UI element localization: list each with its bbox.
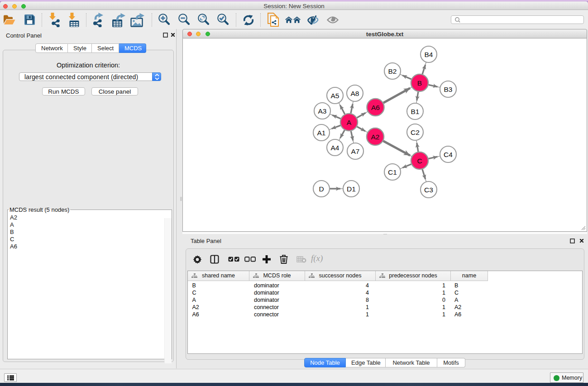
svg-text:D1: D1 xyxy=(347,185,356,193)
svg-text:A3: A3 xyxy=(318,107,327,115)
svg-text:A2: A2 xyxy=(371,133,380,141)
svg-text:C2: C2 xyxy=(411,129,420,136)
svg-text:C3: C3 xyxy=(424,186,433,194)
svg-text:A1: A1 xyxy=(317,129,326,137)
svg-text:B4: B4 xyxy=(425,51,433,58)
svg-text:B2: B2 xyxy=(388,67,397,75)
svg-text:A8: A8 xyxy=(351,90,359,97)
svg-text:B: B xyxy=(417,79,422,87)
svg-text:A4: A4 xyxy=(331,144,339,152)
svg-text:B1: B1 xyxy=(411,108,420,115)
svg-text:A6: A6 xyxy=(371,104,380,111)
svg-text:C4: C4 xyxy=(444,151,453,158)
svg-text:B3: B3 xyxy=(444,86,453,93)
svg-text:A: A xyxy=(347,119,352,126)
svg-text:D: D xyxy=(319,185,324,193)
svg-text:C: C xyxy=(417,157,422,165)
svg-text:A7: A7 xyxy=(351,148,360,155)
svg-text:C1: C1 xyxy=(388,168,397,176)
svg-text:A5: A5 xyxy=(331,92,339,100)
